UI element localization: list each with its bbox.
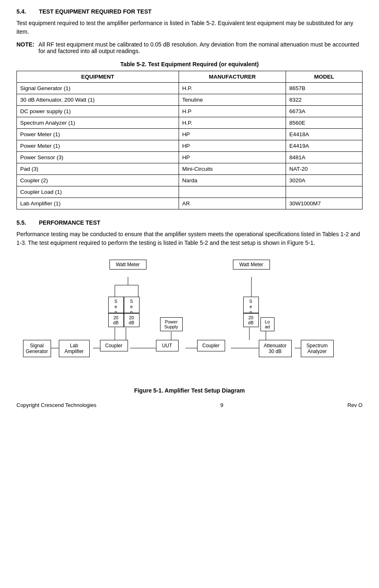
table-cell-3-0: Spectrum Analyzer (1) [17,117,179,129]
table-caption: Table 5-2. Test Equipment Required (or e… [16,61,363,67]
table-row: Power Meter (1)HPE4419A [17,140,363,152]
watt-meter-1: Watt Meter [109,260,146,270]
table-cell-6-0: Power Sensor (3) [17,152,179,163]
table-cell-7-0: Pad (3) [17,163,179,175]
footer-revision: Rev O [347,402,363,408]
table-cell-9-1 [179,186,286,198]
table-row: Coupler (2)Narda3020A [17,175,363,186]
diagram-lines [21,256,358,383]
table-cell-8-2: 3020A [286,175,363,186]
table-cell-2-2: 6673A [286,106,363,117]
power-supply-box: PowerSupply [160,317,183,331]
col-header-model: MODEL [286,71,363,83]
section-54-heading: 5.4. TEST EQUIPMENT REQUIRED FOR TEST [16,8,363,15]
table-cell-5-2: E4419A [286,140,363,152]
footer-copyright: Copyright Crescend Technologies [16,402,96,408]
section-55-number: 5.5. [16,219,26,226]
signal-generator-box: SignalGenerator [23,340,51,357]
table-cell-1-2: 8322 [286,94,363,106]
table-cell-0-1: H.P. [179,83,286,94]
footer: Copyright Crescend Technologies 9 Rev O [16,402,363,408]
col-header-equipment: EQUIPMENT [17,71,179,83]
table-cell-1-1: Tenuline [179,94,286,106]
table-cell-3-1: H.P. [179,117,286,129]
table-cell-10-2: 30W1000M7 [286,198,363,209]
table-row: DC power supply (1)H.P6673A [17,106,363,117]
table-cell-0-2: 8657B [286,83,363,94]
table-cell-4-0: Power Meter (1) [17,129,179,140]
equipment-table: EQUIPMENT MANUFACTURER MODEL Signal Gene… [16,71,363,209]
table-cell-7-1: Mini-Circuits [179,163,286,175]
table-cell-10-0: Lab Amplifier (1) [17,198,179,209]
table-cell-4-1: HP [179,129,286,140]
section-55-heading: 5.5. PERFORMANCE TEST [16,219,363,226]
table-cell-3-2: 8560E [286,117,363,129]
table-cell-8-0: Coupler (2) [17,175,179,186]
table-cell-1-0: 30 dB Attenuator, 200 Watt (1) [17,94,179,106]
watt-meter-2: Watt Meter [233,260,270,270]
table-row: Power Meter (1)HPE4418A [17,129,363,140]
table-row: Power Sensor (3)HP8481A [17,152,363,163]
db-box-1: 20dB [108,313,124,327]
note-block: NOTE: All RF test equipment must be cali… [16,41,363,54]
table-cell-6-2: 8481A [286,152,363,163]
db-box-3: 20dB [243,313,259,327]
section-54-number: 5.4. [16,8,26,15]
figure-caption: Figure 5-1. Amplifier Test Setup Diagram [21,387,358,394]
table-cell-10-1: AR [179,198,286,209]
table-row: Coupler Load (1) [17,186,363,198]
sense-2: Sense [124,297,140,313]
uut-box: UUT [156,340,179,351]
table-cell-5-0: Power Meter (1) [17,140,179,152]
table-cell-8-1: Narda [179,175,286,186]
spectrum-analyzer-box: SpectrumAnalyzer [301,340,334,357]
table-cell-9-2 [286,186,363,198]
table-row: Spectrum Analyzer (1)H.P.8560E [17,117,363,129]
table-cell-4-2: E4418A [286,129,363,140]
note-label: NOTE: [16,41,35,54]
table-cell-0-0: Signal Generator (1) [17,83,179,94]
section-54-title: TEST EQUIPMENT REQUIRED FOR TEST [39,8,151,15]
attenuator-box: Attenuator30 dB [259,340,292,357]
figure-container: Watt Meter Watt Meter Sense Sense Sense … [21,256,358,394]
footer-page: 9 [221,402,223,408]
coupler-1-box: Coupler [100,340,128,351]
note-text: All RF test equipment must be calibrated… [39,41,363,54]
table-cell-9-0: Coupler Load (1) [17,186,179,198]
table-cell-7-2: NAT-20 [286,163,363,175]
table-cell-5-1: HP [179,140,286,152]
coupler-2-box: Coupler [197,340,225,351]
sense-3: Sense [243,297,259,313]
table-row: Lab Amplifier (1)AR30W1000M7 [17,198,363,209]
table-cell-2-0: DC power supply (1) [17,106,179,117]
diagram: Watt Meter Watt Meter Sense Sense Sense … [21,256,358,383]
section-54-intro: Test equipment required to test the ampl… [16,19,363,36]
table-cell-6-1: HP [179,152,286,163]
table-row: 30 dB Attenuator, 200 Watt (1)Tenuline83… [17,94,363,106]
table-row: Signal Generator (1)H.P.8657B [17,83,363,94]
section-55-para: Performance testing may be conducted to … [16,230,363,247]
table-row: Pad (3)Mini-CircuitsNAT-20 [17,163,363,175]
section-55-title: PERFORMANCE TEST [39,219,100,226]
lab-amplifier-box: LabAmplifier [59,340,90,357]
table-cell-2-1: H.P [179,106,286,117]
col-header-manufacturer: MANUFACTURER [179,71,286,83]
db-box-2: 20dB [124,313,140,327]
sense-1: Sense [108,297,124,313]
load-box: Load [260,317,274,331]
